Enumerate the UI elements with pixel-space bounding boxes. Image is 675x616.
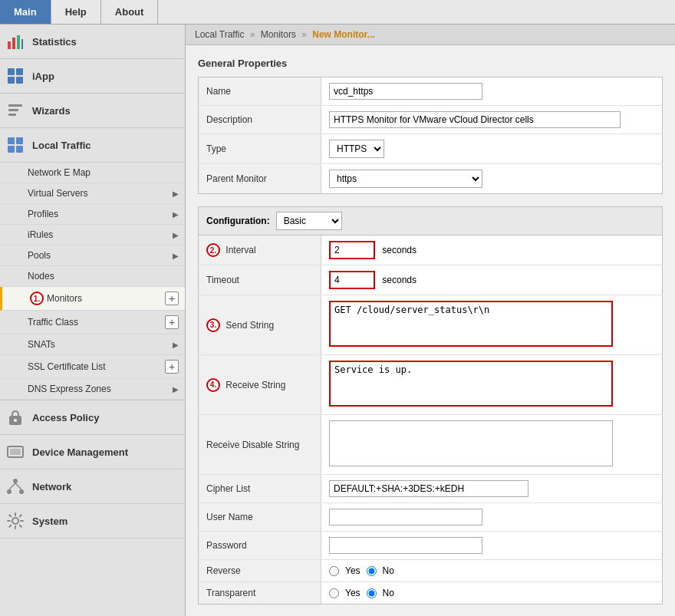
virtual-servers-arrow: ▶ [173,189,179,198]
sidebar-item-iapp[interactable]: iApp [0,59,185,94]
tab-main[interactable]: Main [0,0,51,24]
sidebar-item-snats[interactable]: SNATs ▶ [0,334,185,355]
sidebar-item-device-management[interactable]: Device Management [0,435,185,469]
sidebar-item-system[interactable]: System [0,504,185,539]
timeout-input[interactable] [329,271,375,289]
svg-rect-19 [10,449,21,455]
device-management-label: Device Management [32,446,128,458]
chart-icon [5,31,26,52]
iapp-icon [5,65,26,87]
reverse-yes-radio[interactable] [329,566,339,576]
svg-point-21 [7,489,12,494]
sidebar-item-nodes[interactable]: Nodes [0,266,185,287]
password-label: Password [199,532,321,560]
svg-rect-12 [16,137,23,144]
main-area: Statistics iApp [0,25,675,616]
ssl-add-icon[interactable]: + [165,360,179,374]
receive-disable-label: Receive Disable String [199,415,321,475]
receive-string-label: 4. Receive String [199,355,321,415]
svg-rect-6 [8,77,15,84]
access-icon [5,407,26,428]
marker-1: 1. [30,292,44,305]
reverse-label: Reverse [199,560,321,582]
config-bar: Configuration: Basic Advanced [198,206,663,236]
send-string-input[interactable]: GET /cloud/server_status\r\n [329,301,613,347]
sidebar-item-ssl-certificate[interactable]: SSL Certificate List + [0,355,185,379]
monitors-add-icon[interactable]: + [165,292,179,305]
username-input[interactable] [329,509,482,525]
timeout-label: Timeout [199,265,321,295]
transparent-yes-radio[interactable] [329,588,339,598]
description-row: Description [199,106,663,134]
sidebar-item-virtual-servers[interactable]: Virtual Servers ▶ [0,183,185,204]
name-input[interactable] [329,83,482,100]
reverse-yes-label[interactable]: Yes [345,565,361,576]
svg-rect-3 [21,39,23,49]
reverse-no-label[interactable]: No [383,565,394,576]
type-select[interactable]: HTTPS HTTP TCP UDP [329,140,384,158]
traffic-icon [5,134,26,156]
reverse-row: Reverse Yes No [199,560,663,582]
config-fields-table: 2. Interval seconds Timeout seconds [198,236,663,604]
sidebar-item-traffic-class[interactable]: Traffic Class + [0,311,185,334]
breadcrumb-monitors: Monitors [261,29,296,40]
cipher-list-label: Cipher List [199,475,321,503]
sidebar-item-irules[interactable]: iRules ▶ [0,225,185,245]
parent-monitor-row: Parent Monitor https http tcp [199,164,663,194]
access-policy-label: Access Policy [32,412,99,423]
svg-rect-14 [16,146,23,153]
traffic-class-add-icon[interactable]: + [165,315,179,329]
svg-rect-8 [8,104,22,107]
password-input[interactable] [329,537,482,554]
sidebar-item-network-map[interactable]: Network E Map [0,163,185,183]
name-row: Name [199,77,663,106]
profiles-arrow: ▶ [173,210,179,219]
receive-disable-input[interactable] [329,420,613,466]
svg-point-17 [14,419,17,422]
transparent-no-label[interactable]: No [383,588,394,598]
svg-rect-5 [16,68,23,75]
wizards-icon [5,100,26,121]
sidebar-item-statistics[interactable]: Statistics [0,25,185,59]
tab-help[interactable]: Help [51,0,101,24]
system-icon [5,510,26,532]
timeout-row: Timeout seconds [199,265,663,295]
tab-about[interactable]: About [101,0,159,24]
sidebar-item-local-traffic[interactable]: Local Traffic [0,128,185,163]
top-nav: Main Help About [0,0,675,25]
svg-rect-4 [8,68,15,75]
receive-string-row: 4. Receive String Service is up. [199,355,663,415]
sidebar-item-pools[interactable]: Pools ▶ [0,245,185,266]
description-input[interactable] [329,111,621,128]
svg-rect-7 [16,77,23,84]
content-area: Local Traffic » Monitors » New Monitor..… [186,25,675,616]
type-row: Type HTTPS HTTP TCP UDP [199,134,663,164]
svg-rect-9 [8,109,18,111]
sidebar-item-network[interactable]: Network [0,469,185,504]
receive-disable-row: Receive Disable String [199,415,663,475]
sidebar-item-access-policy[interactable]: Access Policy [0,400,185,435]
local-traffic-label: Local Traffic [32,140,91,151]
sidebar-item-profiles[interactable]: Profiles ▶ [0,204,185,225]
svg-point-25 [12,518,18,524]
receive-string-input[interactable]: Service is up. [329,361,613,407]
transparent-no-radio[interactable] [367,588,377,598]
interval-row: 2. Interval seconds [199,236,663,265]
sidebar-item-wizards[interactable]: Wizards [0,94,185,128]
transparent-yes-label[interactable]: Yes [345,588,361,598]
config-mode-select[interactable]: Basic Advanced [276,212,342,230]
pools-arrow: ▶ [173,252,179,260]
svg-rect-0 [8,41,11,49]
svg-rect-10 [8,114,16,116]
config-label: Configuration: [206,216,270,226]
marker-2: 2. [206,243,220,257]
parent-monitor-select[interactable]: https http tcp [329,170,482,188]
cipher-list-input[interactable] [329,480,528,497]
interval-input[interactable] [329,241,375,259]
username-label: User Name [199,503,321,532]
reverse-no-radio[interactable] [367,566,377,576]
sidebar-item-dns-express[interactable]: DNS Express Zones ▶ [0,379,185,400]
parent-monitor-label: Parent Monitor [199,164,321,194]
local-traffic-submenu: Network E Map Virtual Servers ▶ Profiles… [0,163,185,400]
sidebar-item-monitors[interactable]: 1. Monitors + [0,287,185,311]
